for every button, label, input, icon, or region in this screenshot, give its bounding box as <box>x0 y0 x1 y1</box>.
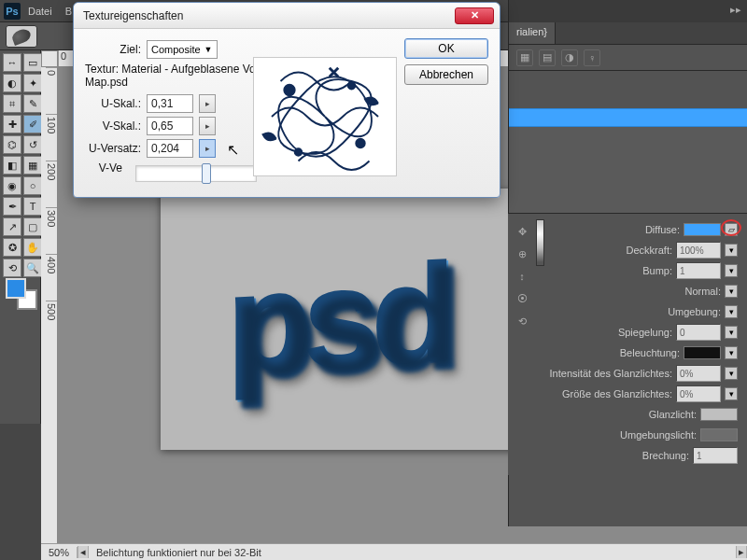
eyedrop-tool[interactable]: ✎ <box>23 94 42 113</box>
u-versatz-input[interactable] <box>147 139 193 158</box>
umgebung-label: Umgebung: <box>668 306 721 317</box>
marquee-tool[interactable]: ▭ <box>23 53 42 72</box>
umgebungslicht-label: Umgebungslicht: <box>620 429 697 441</box>
beleuchtung-swatch[interactable] <box>684 346 721 359</box>
brechung-input[interactable] <box>693 447 738 464</box>
panel-collapse-icon[interactable]: ▸▸ <box>730 4 743 17</box>
v-skal-label: V-Skal.: <box>85 119 141 133</box>
color-swatches <box>2 278 43 315</box>
beleuchtung-menu[interactable]: ▾ <box>725 346 738 359</box>
u-skal-label: U-Skal.: <box>85 97 141 110</box>
status-prev[interactable]: ◂ <box>78 546 89 558</box>
status-message: Belichtung funktioniert nur bei 32-Bit <box>89 547 736 558</box>
v-skal-step[interactable]: ▸ <box>199 117 216 135</box>
glanz-int-label: Intensität des Glanzlichtes: <box>550 368 672 379</box>
gradient-tool[interactable]: ▦ <box>23 156 42 175</box>
dialog-title: Textureigenschaften <box>83 9 183 22</box>
dialog-titlebar[interactable]: Textureigenschaften ✕ <box>74 3 500 29</box>
type-tool[interactable]: T <box>23 197 42 216</box>
menu-b[interactable]: B <box>65 6 72 17</box>
close-button[interactable]: ✕ <box>455 7 494 24</box>
orb-dolly-icon[interactable]: ↕ <box>514 268 530 285</box>
orb-walk-icon[interactable]: ⟲ <box>514 313 530 329</box>
history-tool[interactable]: ↺ <box>23 135 42 154</box>
glanz-int-input[interactable] <box>676 365 721 382</box>
zoom-tool[interactable]: 🔍 <box>23 259 42 277</box>
panel-toolbar: ▦ ▤ ◑ ♀ <box>509 45 747 71</box>
ruler-vertical: 0100200300400500 <box>41 67 58 543</box>
u-versatz-slider[interactable] <box>135 165 257 182</box>
blur-tool[interactable]: ◉ <box>3 176 21 195</box>
hand-tool[interactable]: ✋ <box>23 238 42 257</box>
deckkraft-input[interactable] <box>676 242 721 259</box>
zoom-level[interactable]: 50% <box>41 547 78 558</box>
ziel-combo[interactable]: Composite ▼ <box>147 40 218 59</box>
diffuse-texture-button[interactable]: ▱ <box>725 223 738 236</box>
deckkraft-menu[interactable]: ▾ <box>725 244 738 257</box>
tool-preset[interactable] <box>6 25 37 48</box>
status-next[interactable]: ▸ <box>736 546 747 558</box>
brush-tool[interactable]: ✐ <box>23 115 42 133</box>
document[interactable]: psd <box>161 189 515 450</box>
glanzlicht-swatch[interactable] <box>700 408 738 421</box>
scene-light-icon[interactable]: ♀ <box>584 49 600 66</box>
bump-label: Bump: <box>642 265 672 276</box>
chevron-down-icon: ▼ <box>204 45 213 54</box>
pen-tool[interactable]: ✒ <box>3 197 21 216</box>
glanz-int-menu[interactable]: ▾ <box>725 367 738 380</box>
ziel-label: Ziel: <box>85 43 141 56</box>
scene-item-selected[interactable] <box>509 108 747 127</box>
fg-color[interactable] <box>6 278 26 299</box>
umgebungslicht-swatch[interactable] <box>700 428 738 441</box>
right-panel-dock: ▸▸ rialien} ▦ ▤ ◑ ♀ ✥ ⊕ ↕ ⦿ ⟲ <box>508 0 747 526</box>
glanz-size-input[interactable] <box>676 385 721 402</box>
slider-thumb[interactable] <box>202 163 211 184</box>
texture-preview <box>253 57 397 176</box>
spiegelung-input[interactable] <box>676 324 721 341</box>
heal-tool[interactable]: ✚ <box>3 115 21 133</box>
dodge-tool[interactable]: ○ <box>23 176 42 195</box>
3d-tool[interactable]: ✪ <box>3 238 21 257</box>
rotate-tool[interactable]: ⟲ <box>3 259 21 277</box>
u-versatz-step[interactable]: ▸ <box>199 139 216 158</box>
glanzlicht-label: Glanzlicht: <box>649 409 697 420</box>
v-skal-input[interactable] <box>147 117 193 135</box>
ok-button[interactable]: OK <box>404 38 488 59</box>
normal-menu[interactable]: ▾ <box>725 285 738 298</box>
toolbox: ↔ ▭ ◐ ✦ ⌗ ✎ ✚ ✐ ⌬ ↺ ◧ ▦ ◉ ○ ✒ T ↗ ▢ ✪ ✋ … <box>0 50 41 424</box>
u-skal-input[interactable] <box>147 94 193 113</box>
crop-tool[interactable]: ⌗ <box>3 94 21 113</box>
scene-toggle-icon[interactable]: ◑ <box>561 49 578 66</box>
diffuse-swatch[interactable] <box>684 223 721 236</box>
material-preview[interactable] <box>536 219 544 266</box>
bump-input[interactable] <box>676 262 721 279</box>
u-versatz-label: U-Versatz: <box>85 142 141 155</box>
3d-text: psd <box>228 232 449 405</box>
panel-tabs: rialien} <box>509 22 747 45</box>
shape-tool[interactable]: ▢ <box>23 217 42 236</box>
tab-materials[interactable]: rialien} <box>509 22 556 44</box>
orb-rotate-icon[interactable]: ✥ <box>514 223 530 240</box>
scene-list-icon[interactable]: ▤ <box>539 49 556 66</box>
bump-menu[interactable]: ▾ <box>725 264 738 277</box>
glanz-size-menu[interactable]: ▾ <box>725 387 738 400</box>
menu-datei[interactable]: Datei <box>28 6 52 17</box>
lasso-tool[interactable]: ◐ <box>3 74 21 92</box>
spiegelung-menu[interactable]: ▾ <box>725 326 738 339</box>
eraser-tool[interactable]: ◧ <box>3 156 21 175</box>
diffuse-label: Diffuse: <box>645 224 680 235</box>
cancel-button[interactable]: Abbrechen <box>404 64 488 85</box>
orb-orbit-icon[interactable]: ⦿ <box>514 290 530 307</box>
scene-grid-icon[interactable]: ▦ <box>516 49 533 66</box>
svg-point-1 <box>356 139 365 148</box>
path-tool[interactable]: ↗ <box>3 217 21 236</box>
umgebung-menu[interactable]: ▾ <box>725 305 738 318</box>
texture-properties-dialog: Textureigenschaften ✕ Ziel: Composite ▼ … <box>73 2 500 198</box>
move-tool[interactable]: ↔ <box>3 53 21 72</box>
stamp-tool[interactable]: ⌬ <box>3 135 21 154</box>
beleuchtung-label: Beleuchtung: <box>620 347 680 358</box>
v-versatz-label: V-Ve <box>85 161 122 175</box>
orb-pan-icon[interactable]: ⊕ <box>514 245 530 262</box>
u-skal-step[interactable]: ▸ <box>199 94 216 113</box>
wand-tool[interactable]: ✦ <box>23 74 42 92</box>
